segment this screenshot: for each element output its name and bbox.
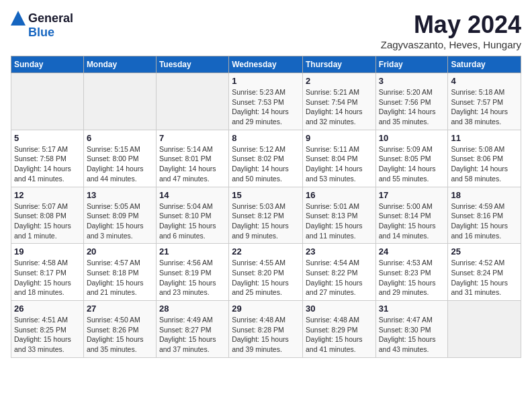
day-cell: 25Sunrise: 4:52 AM Sunset: 8:24 PM Dayli…: [448, 244, 521, 301]
day-cell: [83, 73, 156, 130]
day-info: Sunrise: 5:15 AM Sunset: 8:00 PM Dayligh…: [87, 144, 153, 184]
day-info: Sunrise: 4:48 AM Sunset: 8:28 PM Dayligh…: [232, 315, 300, 355]
day-cell: 4Sunrise: 5:18 AM Sunset: 7:57 PM Daylig…: [448, 73, 521, 130]
day-cell: 8Sunrise: 5:12 AM Sunset: 8:02 PM Daylig…: [229, 130, 303, 187]
location-title: Zagyvaszanto, Heves, Hungary: [381, 39, 521, 50]
day-info: Sunrise: 4:47 AM Sunset: 8:30 PM Dayligh…: [379, 315, 445, 355]
day-number: 29: [232, 304, 300, 314]
day-cell: 30Sunrise: 4:48 AM Sunset: 8:29 PM Dayli…: [302, 301, 375, 358]
day-number: 17: [379, 190, 445, 200]
logo: General Blue: [11, 11, 73, 40]
day-cell: 22Sunrise: 4:55 AM Sunset: 8:20 PM Dayli…: [229, 244, 303, 301]
day-cell: [448, 301, 521, 358]
week-row-2: 12Sunrise: 5:07 AM Sunset: 8:08 PM Dayli…: [11, 187, 521, 244]
day-info: Sunrise: 4:58 AM Sunset: 8:17 PM Dayligh…: [14, 258, 81, 298]
weekday-header-saturday: Saturday: [448, 56, 521, 73]
day-cell: 11Sunrise: 5:08 AM Sunset: 8:06 PM Dayli…: [448, 130, 521, 187]
day-number: 26: [14, 304, 81, 314]
day-number: 9: [306, 133, 373, 143]
day-cell: 1Sunrise: 5:23 AM Sunset: 7:53 PM Daylig…: [229, 73, 303, 130]
day-number: 1: [232, 76, 300, 86]
day-cell: 3Sunrise: 5:20 AM Sunset: 7:56 PM Daylig…: [375, 73, 448, 130]
day-number: 16: [306, 190, 373, 200]
day-info: Sunrise: 4:51 AM Sunset: 8:25 PM Dayligh…: [14, 315, 81, 355]
logo-blue-text: Blue: [28, 26, 54, 39]
day-info: Sunrise: 4:49 AM Sunset: 8:27 PM Dayligh…: [159, 315, 226, 355]
day-cell: 27Sunrise: 4:50 AM Sunset: 8:26 PM Dayli…: [83, 301, 156, 358]
day-number: 6: [87, 133, 153, 143]
logo-icon: [11, 11, 26, 26]
weekday-header-sunday: Sunday: [11, 56, 84, 73]
day-cell: 28Sunrise: 4:49 AM Sunset: 8:27 PM Dayli…: [156, 301, 228, 358]
day-number: 21: [159, 246, 226, 257]
day-number: 8: [232, 133, 300, 143]
day-number: 31: [379, 304, 445, 314]
weekday-header-friday: Friday: [375, 56, 448, 73]
day-info: Sunrise: 4:57 AM Sunset: 8:18 PM Dayligh…: [87, 258, 153, 298]
day-number: 27: [87, 304, 153, 314]
day-info: Sunrise: 4:54 AM Sunset: 8:22 PM Dayligh…: [306, 258, 373, 298]
day-cell: 20Sunrise: 4:57 AM Sunset: 8:18 PM Dayli…: [83, 244, 156, 301]
day-cell: 16Sunrise: 5:01 AM Sunset: 8:13 PM Dayli…: [302, 187, 375, 244]
day-cell: 2Sunrise: 5:21 AM Sunset: 7:54 PM Daylig…: [302, 73, 375, 130]
day-cell: 18Sunrise: 4:59 AM Sunset: 8:16 PM Dayli…: [448, 187, 521, 244]
title-area: May 2024 Zagyvaszanto, Heves, Hungary: [381, 11, 521, 50]
day-info: Sunrise: 5:08 AM Sunset: 8:06 PM Dayligh…: [451, 144, 518, 184]
day-cell: 5Sunrise: 5:17 AM Sunset: 7:58 PM Daylig…: [11, 130, 84, 187]
day-info: Sunrise: 5:09 AM Sunset: 8:05 PM Dayligh…: [379, 144, 445, 184]
day-cell: [11, 73, 84, 130]
day-info: Sunrise: 5:18 AM Sunset: 7:57 PM Dayligh…: [451, 87, 518, 127]
day-number: 13: [87, 190, 153, 200]
day-cell: 13Sunrise: 5:05 AM Sunset: 8:09 PM Dayli…: [83, 187, 156, 244]
day-cell: 9Sunrise: 5:11 AM Sunset: 8:04 PM Daylig…: [302, 130, 375, 187]
day-cell: 31Sunrise: 4:47 AM Sunset: 8:30 PM Dayli…: [375, 301, 448, 358]
day-info: Sunrise: 4:48 AM Sunset: 8:29 PM Dayligh…: [306, 315, 373, 355]
day-number: 18: [451, 190, 518, 200]
weekday-header-monday: Monday: [83, 56, 156, 73]
day-info: Sunrise: 4:56 AM Sunset: 8:19 PM Dayligh…: [159, 258, 226, 298]
day-number: 25: [451, 246, 518, 257]
day-info: Sunrise: 5:01 AM Sunset: 8:13 PM Dayligh…: [306, 201, 373, 241]
day-cell: [156, 73, 228, 130]
header: General Blue May 2024 Zagyvaszanto, Heve…: [11, 11, 521, 50]
day-cell: 6Sunrise: 5:15 AM Sunset: 8:00 PM Daylig…: [83, 130, 156, 187]
day-number: 7: [159, 133, 226, 143]
day-info: Sunrise: 4:55 AM Sunset: 8:20 PM Dayligh…: [232, 258, 300, 298]
day-cell: 29Sunrise: 4:48 AM Sunset: 8:28 PM Dayli…: [229, 301, 303, 358]
day-number: 28: [159, 304, 226, 314]
day-cell: 23Sunrise: 4:54 AM Sunset: 8:22 PM Dayli…: [302, 244, 375, 301]
day-number: 2: [306, 76, 373, 86]
day-info: Sunrise: 4:53 AM Sunset: 8:23 PM Dayligh…: [379, 258, 445, 298]
day-info: Sunrise: 5:20 AM Sunset: 7:56 PM Dayligh…: [379, 87, 445, 127]
weekday-header-row: SundayMondayTuesdayWednesdayThursdayFrid…: [11, 56, 521, 73]
day-cell: 26Sunrise: 4:51 AM Sunset: 8:25 PM Dayli…: [11, 301, 84, 358]
day-number: 11: [451, 133, 518, 143]
day-cell: 10Sunrise: 5:09 AM Sunset: 8:05 PM Dayli…: [375, 130, 448, 187]
day-info: Sunrise: 5:07 AM Sunset: 8:08 PM Dayligh…: [14, 201, 81, 241]
day-number: 15: [232, 190, 300, 200]
logo-general-text: General: [28, 11, 73, 26]
day-cell: 12Sunrise: 5:07 AM Sunset: 8:08 PM Dayli…: [11, 187, 84, 244]
week-row-0: 1Sunrise: 5:23 AM Sunset: 7:53 PM Daylig…: [11, 73, 521, 130]
week-row-4: 26Sunrise: 4:51 AM Sunset: 8:25 PM Dayli…: [11, 301, 521, 358]
day-number: 19: [14, 246, 81, 257]
day-cell: 19Sunrise: 4:58 AM Sunset: 8:17 PM Dayli…: [11, 244, 84, 301]
day-info: Sunrise: 5:23 AM Sunset: 7:53 PM Dayligh…: [232, 87, 300, 127]
day-cell: 24Sunrise: 4:53 AM Sunset: 8:23 PM Dayli…: [375, 244, 448, 301]
day-info: Sunrise: 4:59 AM Sunset: 8:16 PM Dayligh…: [451, 201, 518, 241]
day-info: Sunrise: 5:03 AM Sunset: 8:12 PM Dayligh…: [232, 201, 300, 241]
weekday-header-thursday: Thursday: [302, 56, 375, 73]
week-row-1: 5Sunrise: 5:17 AM Sunset: 7:58 PM Daylig…: [11, 130, 521, 187]
day-cell: 15Sunrise: 5:03 AM Sunset: 8:12 PM Dayli…: [229, 187, 303, 244]
day-info: Sunrise: 5:05 AM Sunset: 8:09 PM Dayligh…: [87, 201, 153, 241]
day-number: 22: [232, 246, 300, 257]
day-number: 3: [379, 76, 445, 86]
svg-marker-0: [11, 11, 26, 26]
day-number: 12: [14, 190, 81, 200]
day-info: Sunrise: 5:14 AM Sunset: 8:01 PM Dayligh…: [159, 144, 226, 184]
day-number: 23: [306, 246, 373, 257]
month-title: May 2024: [381, 11, 521, 39]
day-info: Sunrise: 5:12 AM Sunset: 8:02 PM Dayligh…: [232, 144, 300, 184]
day-cell: 14Sunrise: 5:04 AM Sunset: 8:10 PM Dayli…: [156, 187, 228, 244]
day-number: 30: [306, 304, 373, 314]
